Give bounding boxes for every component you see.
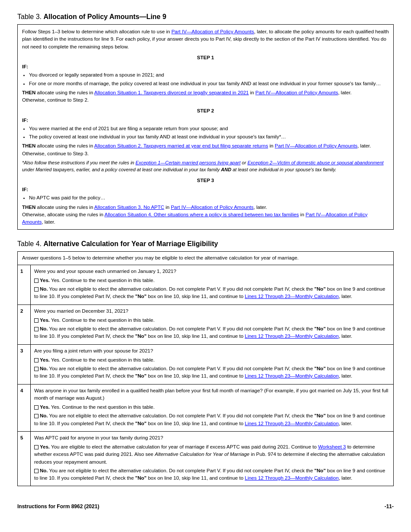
step2-bullet-2: The policy covered at least one individu… (29, 133, 389, 141)
q3-no-link[interactable]: Lines 12 Through 23—Monthly Calculation (245, 373, 339, 378)
q1-yes-checkbox[interactable] (34, 279, 39, 283)
row-num-3: 3 (18, 345, 31, 384)
table3-intro-link[interactable]: Part IV—Allocation of Policy Amounts (171, 29, 254, 34)
q1-no-link[interactable]: Lines 12 Through 23—Monthly Calculation (245, 294, 339, 299)
step1-header: STEP 1 (22, 54, 389, 61)
q4-yes-checkbox[interactable] (34, 405, 39, 410)
table-row: 3 Are you filing a joint return with you… (18, 345, 393, 385)
q2-yes: Yes. Yes. Continue to the next question … (34, 317, 390, 324)
footer-left: Instructions for Form 8962 (2021) (17, 503, 99, 510)
table3-title: Table 3. Allocation of Policy Amounts—Li… (17, 13, 394, 21)
q1-no-checkbox[interactable] (34, 287, 39, 292)
step1-bullet-1: You divorced or legally separated from a… (29, 71, 389, 79)
exception2-link[interactable]: Exception 2—Victim of domestic abuse or … (247, 160, 384, 165)
q5-yes-link[interactable]: Worksheet 3 (318, 444, 346, 449)
row-content-4: Was anyone in your tax family enrolled i… (31, 385, 393, 431)
step2-header: STEP 2 (22, 107, 389, 115)
table-row: 1 Were you and your spouse each unmarrie… (18, 265, 393, 305)
step2-then: THEN allocate using the rules in Allocat… (22, 142, 389, 150)
table3-box: Follow Steps 1–3 below to determine whic… (17, 24, 394, 230)
table-row: 5 Was APTC paid for anyone in your tax f… (18, 432, 393, 486)
step1-link2[interactable]: Part IV—Allocation of Policy Amounts (255, 90, 338, 95)
q2-no-checkbox[interactable] (34, 327, 39, 331)
step2-otherwise: Otherwise, continue to Step 3. (22, 150, 389, 157)
step3-then: THEN allocate using the rules in Allocat… (22, 204, 389, 211)
q5-no-link[interactable]: Lines 12 Through 23—Monthly Calculation (245, 475, 339, 481)
q1-no: No. You are not eligible to elect the al… (34, 285, 390, 301)
table4-intro: Answer questions 1–5 below to determine … (18, 252, 393, 265)
q3-yes-checkbox[interactable] (34, 358, 39, 362)
step2-link1[interactable]: Allocation Situation 2. Taxpayers marrie… (94, 143, 268, 148)
row-num-5: 5 (18, 432, 31, 486)
table-row: 4 Was anyone in your tax family enrolled… (18, 385, 393, 432)
step3-bullet-1: No APTC was paid for the policy… (29, 194, 389, 202)
exception1-link[interactable]: Exception 1—Certain married persons livi… (135, 160, 241, 165)
step3-if: IF: (22, 186, 389, 193)
q5-no: No. You are not eligible to elect the al… (34, 467, 390, 482)
q2-yes-checkbox[interactable] (34, 318, 39, 323)
row-content-1: Were you and your spouse each unmarried … (31, 265, 393, 304)
q1-yes: Yes. Yes. Continue to the next question … (34, 277, 390, 284)
table4-box: Answer questions 1–5 below to determine … (17, 251, 394, 486)
q2-no-link[interactable]: Lines 12 Through 23—Monthly Calculation (245, 333, 339, 339)
q5-no-checkbox[interactable] (34, 469, 39, 473)
step3-link1[interactable]: Allocation Situation 3. No APTC (94, 205, 164, 210)
table-row: 2 Were you married on December 31, 2021?… (18, 305, 393, 345)
q4-no-checkbox[interactable] (34, 414, 39, 418)
step3-bullets: No APTC was paid for the policy… (29, 194, 389, 202)
table3-intro: Follow Steps 1–3 below to determine whic… (22, 28, 389, 51)
q1-question: Were you and your spouse each unmarried … (34, 268, 390, 275)
q4-question: Was anyone in your tax family enrolled i… (34, 387, 390, 402)
page-footer: Instructions for Form 8962 (2021) -11- (17, 503, 394, 510)
q3-no-checkbox[interactable] (34, 367, 39, 371)
step3-header: STEP 3 (22, 177, 389, 184)
step2-bullet-1: You were married at the end of 2021 but … (29, 125, 389, 132)
footer-right: -11- (385, 503, 394, 510)
row-content-2: Were you married on December 31, 2021? Y… (31, 305, 393, 344)
step1-then: THEN allocate using the rules in Allocat… (22, 89, 389, 96)
q4-no-link[interactable]: Lines 12 Through 23—Monthly Calculation (245, 421, 339, 426)
step1-bullets: You divorced or legally separated from a… (29, 71, 389, 87)
step1-otherwise: Otherwise, continue to Step 2. (22, 96, 389, 104)
step3-link2[interactable]: Part IV—Allocation of Policy Amounts (171, 205, 254, 210)
q5-yes: Yes. You are eligible to elect the alter… (34, 443, 390, 466)
step1-link1[interactable]: Allocation Situation 1. Taxpayers divorc… (94, 90, 249, 95)
q5-question: Was APTC paid for anyone in your tax fam… (34, 434, 390, 442)
row-content-3: Are you filing a joint return with your … (31, 345, 393, 384)
q5-yes-checkbox[interactable] (34, 445, 39, 449)
q2-question: Were you married on December 31, 2021? (34, 308, 390, 315)
q4-no: No. You are not eligible to elect the al… (34, 412, 390, 427)
q4-yes: Yes. Yes. Continue to the next question … (34, 404, 390, 411)
step2-bullets: You were married at the end of 2021 but … (29, 125, 389, 141)
q3-no: No. You are not eligible to elect the al… (34, 365, 390, 380)
step3-otherwise: Otherwise, allocate using the rules in A… (22, 211, 389, 226)
row-num-4: 4 (18, 385, 31, 431)
step3-otherwise-link1[interactable]: Allocation Situation 4. Other situations… (105, 212, 299, 217)
step2-footnote: *Also follow these instructions if you m… (22, 159, 389, 173)
step1-bullet-2: For one or more months of marriage, the … (29, 80, 389, 87)
row-num-1: 1 (18, 265, 31, 304)
step2-link2[interactable]: Part IV—Allocation of Policy Amounts (275, 143, 357, 148)
row-num-2: 2 (18, 305, 31, 344)
table4-title: Table 4. Alternative Calculation for Yea… (17, 240, 394, 248)
step2-if: IF: (22, 117, 389, 124)
row-content-5: Was APTC paid for anyone in your tax fam… (31, 432, 393, 486)
step1-if: IF: (22, 63, 389, 71)
q3-question: Are you filing a joint return with your … (34, 347, 390, 355)
q3-yes: Yes. Yes. Continue to the next question … (34, 356, 390, 364)
q2-no: No. You are not eligible to elect the al… (34, 325, 390, 340)
